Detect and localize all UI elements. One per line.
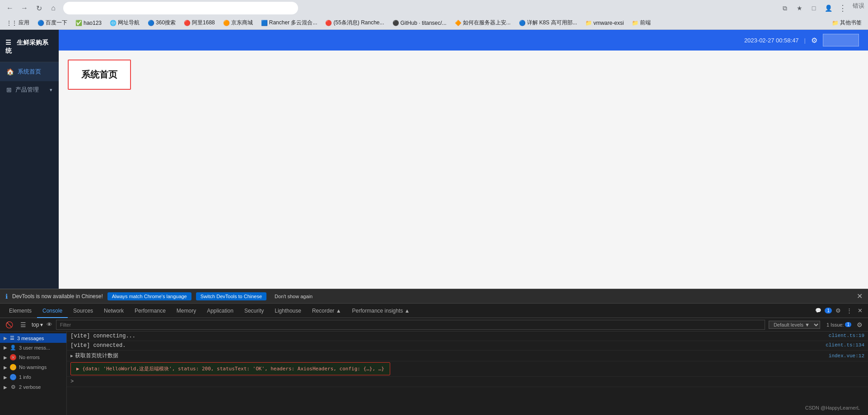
bookmark-github-label: GitHub · titansec/... bbox=[401, 20, 447, 26]
home-icon: 🏠 bbox=[6, 68, 14, 75]
expand-arrow-content[interactable]: ▶ bbox=[76, 366, 82, 372]
app-header: 2023-02-27 00:58:47 | ⚙ bbox=[59, 30, 868, 51]
bookmark-others-label: 其他书签 bbox=[840, 19, 862, 27]
console-source-1[interactable]: client.ts:19 bbox=[820, 333, 864, 338]
browser-chrome: ← → ↻ ⌂ localhost:5173 ⧉ ★ □ 👤 ⋮ 错误 ⋮⋮ 应… bbox=[0, 0, 868, 30]
tab-application[interactable]: Application bbox=[201, 304, 239, 318]
tab-performance[interactable]: Performance bbox=[129, 304, 171, 318]
extensions-button[interactable]: ⧉ bbox=[779, 2, 791, 14]
console-filter-input[interactable] bbox=[56, 320, 765, 330]
bookmark-others[interactable]: 📁 其他书签 bbox=[829, 18, 864, 28]
chat-icon: 💬 bbox=[815, 308, 821, 314]
bookmark-github[interactable]: ⚫ GitHub · titansec/... bbox=[390, 19, 449, 27]
log-levels-select[interactable]: Default levels ▼ bbox=[769, 321, 820, 329]
tab-security[interactable]: Security bbox=[239, 304, 269, 318]
page-title-box: 系统首页 bbox=[68, 60, 131, 90]
page-title: 系统首页 bbox=[81, 69, 117, 79]
console-line-cursor[interactable]: > bbox=[67, 377, 868, 387]
clear-console-button[interactable]: 🚫 bbox=[4, 320, 15, 329]
bookmark-jd[interactable]: 🟠 京东商城 bbox=[220, 18, 256, 28]
tab-recorder[interactable]: Recorder ▲ bbox=[307, 304, 347, 318]
expand-icon-3[interactable]: ▶ bbox=[70, 353, 73, 359]
back-button[interactable]: ← bbox=[4, 2, 16, 14]
bookmark-nav[interactable]: 🌐 网址导航 bbox=[107, 18, 142, 28]
expand-arrow-verbose: ▶ bbox=[4, 385, 7, 390]
devtools-close-button[interactable]: ✕ bbox=[856, 306, 864, 315]
switch-to-chinese-button[interactable]: Switch DevTools to Chinese bbox=[196, 292, 266, 300]
bookmark-k8s-label: 详解 K8S 高可用部... bbox=[527, 19, 577, 27]
bookmark-ali[interactable]: 🔴 阿里1688 bbox=[181, 18, 218, 28]
sidebar-user-messages[interactable]: ▶ 👤 3 user mess... bbox=[0, 343, 66, 352]
console-settings-button[interactable]: ⚙ bbox=[855, 320, 864, 329]
settings-icon[interactable]: ⚙ bbox=[811, 36, 817, 45]
sidebar-logo: ☰ 生鲜采购系统 bbox=[0, 30, 59, 62]
tab-lighthouse[interactable]: Lighthouse bbox=[269, 304, 307, 318]
server-icon: 🔶 bbox=[455, 20, 462, 26]
address-bar[interactable]: localhost:5173 bbox=[63, 2, 298, 14]
devtools-panel: ℹ DevTools is now available in Chinese! … bbox=[0, 289, 868, 415]
profile-button[interactable]: 👤 bbox=[822, 2, 835, 14]
expand-arrow-messages: ▶ bbox=[4, 336, 7, 341]
bookmark-360[interactable]: 🔵 360搜索 bbox=[145, 18, 178, 28]
devtools-settings-button[interactable]: ⚙ bbox=[834, 306, 843, 315]
eye-icon[interactable]: 👁 bbox=[47, 321, 52, 328]
bookmark-button[interactable]: ★ bbox=[793, 2, 806, 14]
devtools-more-button[interactable]: ⋮ bbox=[845, 306, 854, 315]
tab-sources[interactable]: Sources bbox=[68, 304, 98, 318]
expand-arrow-user: ▶ bbox=[4, 345, 7, 350]
language-bar-close-button[interactable]: ✕ bbox=[857, 292, 863, 300]
rancher2-icon: 🔴 bbox=[325, 20, 332, 26]
jd-icon: 🟠 bbox=[223, 20, 230, 26]
context-selector[interactable]: top ▾ bbox=[32, 322, 43, 328]
bookmark-rancher2[interactable]: 🔴 (55条消息) Ranche... bbox=[322, 18, 387, 28]
hamburger-icon[interactable]: ☰ bbox=[5, 39, 11, 46]
hao123-icon: ✅ bbox=[75, 20, 82, 26]
console-line-2: [vite] connected. client.ts:134 bbox=[67, 341, 868, 350]
header-right: 2023-02-27 00:58:47 | ⚙ bbox=[744, 34, 859, 46]
360-icon: 🔵 bbox=[148, 20, 154, 26]
tab-memory[interactable]: Memory bbox=[171, 304, 201, 318]
sidebar-info[interactable]: ▶ ⓘ 1 info bbox=[0, 372, 66, 382]
console-text-1: [vite] connecting... bbox=[70, 333, 135, 339]
bookmark-baidu[interactable]: 🔵 百度一下 bbox=[35, 18, 70, 28]
home-button[interactable]: ⌂ bbox=[47, 2, 60, 14]
info-label: 1 info bbox=[19, 374, 31, 380]
context-arrow: ▾ bbox=[40, 322, 43, 328]
sidebar-item-home[interactable]: 🏠 系统首页 bbox=[0, 62, 59, 81]
always-match-button[interactable]: Always match Chrome's language bbox=[107, 292, 191, 300]
bookmark-hao123[interactable]: ✅ hao123 bbox=[73, 19, 104, 27]
sidebar-item-products[interactable]: ⊞ 产品管理 ▾ bbox=[0, 81, 59, 98]
issues-badge: 1 bbox=[825, 308, 832, 314]
expand-data: {data: 'HelloWorld,这是后端模块', status: 200,… bbox=[82, 366, 384, 372]
github-icon: ⚫ bbox=[392, 20, 399, 26]
bookmark-server[interactable]: 🔶 如何在服务器上安... bbox=[452, 18, 513, 28]
tab-zoom-button[interactable]: □ bbox=[807, 2, 820, 14]
sidebar-all-messages[interactable]: ▶ ☰ 3 messages bbox=[0, 333, 66, 343]
sidebar-verbose[interactable]: ▶ ⚙ 2 verbose bbox=[0, 382, 66, 392]
bookmark-rancher[interactable]: 🟦 Rancher 多云混合... bbox=[258, 18, 320, 28]
bookmark-apps[interactable]: ⋮⋮ 应用 bbox=[4, 18, 32, 28]
sidebar-no-errors[interactable]: ▶ ✕ No errors bbox=[0, 352, 66, 362]
reload-button[interactable]: ↻ bbox=[33, 2, 45, 14]
tab-network[interactable]: Network bbox=[98, 304, 129, 318]
tab-console[interactable]: Console bbox=[37, 304, 68, 318]
toggle-sidebar-button[interactable]: ☰ bbox=[19, 320, 28, 329]
bookmark-k8s[interactable]: 🔵 详解 K8S 高可用部... bbox=[516, 18, 580, 28]
dont-show-again-button[interactable]: Don't show again bbox=[271, 292, 316, 300]
menu-button[interactable]: ⋮ bbox=[836, 2, 849, 14]
expand-arrow-errors: ▶ bbox=[4, 355, 7, 360]
forward-button[interactable]: → bbox=[18, 2, 31, 14]
bookmark-frontend[interactable]: 📁 前端 bbox=[629, 18, 653, 28]
tab-performance-insights[interactable]: Performance insights ▲ bbox=[347, 304, 415, 318]
devtools-toolbar: 🚫 ☰ top ▾ 👁 Default levels ▼ 1 Issue: 1 … bbox=[0, 318, 868, 332]
watermark: CSDN @HappyLearnerL bbox=[803, 404, 863, 411]
user-messages-label: 3 user mess... bbox=[19, 345, 50, 350]
bookmark-vmware[interactable]: 📁 vmware-exsi bbox=[583, 19, 626, 27]
tab-elements[interactable]: Elements bbox=[4, 304, 37, 318]
console-source-3[interactable]: index.vue:12 bbox=[820, 353, 864, 359]
bookmark-vmware-label: vmware-exsi bbox=[593, 20, 624, 26]
no-errors-label: No errors bbox=[19, 355, 40, 360]
console-source-2[interactable]: client.ts:134 bbox=[817, 342, 864, 348]
sidebar-no-warnings[interactable]: ▶ ⚠ No warnings bbox=[0, 362, 66, 372]
verbose-label: 2 verbose bbox=[19, 384, 41, 390]
